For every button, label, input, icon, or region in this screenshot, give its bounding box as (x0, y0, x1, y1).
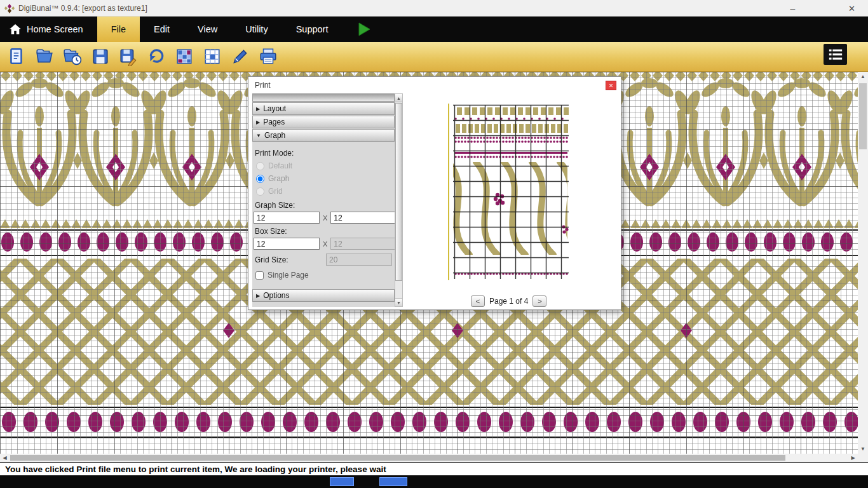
application-window: DigiBunai™ 0.9.4: [export as texture1] –… (0, 0, 868, 488)
panel-scroll-thumb[interactable] (395, 103, 402, 281)
next-page-icon: > (538, 297, 541, 305)
print-mode-default[interactable]: Default (254, 159, 393, 172)
menu-bar: Home Screen File Edit View Utility Suppo… (0, 17, 868, 42)
graph-size-height-input[interactable] (330, 212, 395, 224)
panel-scrollbar[interactable]: ▲ ▼ (395, 93, 403, 307)
graph-grid-icon (203, 47, 222, 66)
graph-size-width-input[interactable] (254, 212, 320, 224)
radio-graph[interactable] (256, 175, 264, 183)
title-bar: DigiBunai™ 0.9.4: [export as texture1] –… (0, 0, 868, 17)
print-dialog-title: Print (255, 81, 271, 90)
chevron-right-icon: ▶ (256, 119, 260, 125)
box-size-height-input[interactable] (330, 238, 395, 250)
minimize-button[interactable]: – (778, 0, 807, 17)
edit-pen-icon (231, 47, 250, 66)
horizontal-scrollbar[interactable]: ◀ ▶ (0, 454, 858, 462)
play-icon (357, 22, 371, 37)
box-size-row: X (254, 238, 393, 250)
size-separator: X (323, 240, 327, 248)
menu-support[interactable]: Support (282, 17, 342, 42)
scroll-left-icon[interactable]: ◀ (0, 454, 10, 462)
box-size-label: Box Size: (255, 227, 393, 236)
save-button[interactable] (87, 44, 113, 70)
print-dialog: Print ✕ ▶ Layout ▶ Pages ▼ Graph (248, 76, 621, 310)
scroll-right-icon[interactable]: ▶ (848, 454, 858, 462)
menu-view[interactable]: View (184, 17, 231, 42)
vertical-scroll-thumb[interactable] (859, 83, 867, 149)
next-page-button[interactable]: > (532, 295, 546, 307)
close-icon: ✕ (848, 4, 855, 13)
scrolled-section-strip (252, 93, 395, 102)
radio-grid[interactable] (256, 187, 264, 196)
grid-size-input[interactable] (326, 254, 392, 266)
scrollbar-corner (858, 454, 868, 462)
open-recent-icon (63, 47, 82, 66)
menu-utility[interactable]: Utility (231, 17, 281, 42)
panel-scroll-up-icon[interactable]: ▲ (395, 94, 402, 102)
print-settings-panel: ▶ Layout ▶ Pages ▼ Graph Print Mode: Def… (252, 93, 395, 307)
chevron-down-icon: ▼ (256, 133, 261, 139)
single-page-option[interactable]: Single Page (255, 271, 393, 280)
chevron-right-icon: ▶ (256, 106, 260, 112)
run-button[interactable] (357, 17, 371, 42)
print-preview (445, 102, 570, 281)
graph-size-row: X (254, 212, 393, 224)
texture-grid-button[interactable] (171, 44, 197, 70)
horizontal-scroll-thumb[interactable] (10, 455, 785, 461)
print-icon (259, 47, 278, 66)
status-bar: You have clicked Print file menu to prin… (0, 462, 868, 475)
save-icon (91, 47, 110, 66)
list-menu-icon (827, 47, 844, 62)
menu-home-screen[interactable]: Home Screen (0, 17, 97, 42)
design-workspace: ▲ ▼ ◀ ▶ Print ✕ ▶ Layout (0, 72, 868, 462)
save-as-icon (119, 47, 138, 66)
menu-edit[interactable]: Edit (140, 17, 184, 42)
panel-menu-button[interactable] (824, 44, 847, 65)
radio-default[interactable] (256, 162, 264, 170)
menu-file[interactable]: File (97, 17, 140, 42)
scroll-up-icon[interactable]: ▲ (858, 72, 868, 81)
open-recent-button[interactable] (59, 44, 85, 70)
size-separator: X (323, 214, 327, 222)
box-size-width-input[interactable] (254, 238, 320, 250)
new-file-button[interactable] (3, 44, 29, 70)
print-mode-label: Print Mode: (255, 149, 393, 158)
section-pages[interactable]: ▶ Pages (252, 116, 395, 128)
window-title: DigiBunai™ 0.9.4: [export as texture1] (18, 4, 147, 13)
section-options[interactable]: ▶ Options (252, 289, 395, 302)
minimize-icon: – (790, 3, 796, 13)
edit-pen-button[interactable] (227, 44, 253, 70)
prev-page-button[interactable]: < (471, 295, 485, 307)
vertical-scrollbar[interactable]: ▲ ▼ (858, 72, 868, 454)
print-button[interactable] (255, 44, 281, 70)
dialog-close-icon: ✕ (609, 83, 614, 89)
undo-rotate-icon (147, 47, 166, 66)
open-file-button[interactable] (31, 44, 57, 70)
grid-size-row: Grid Size: (254, 254, 393, 266)
single-page-checkbox[interactable] (255, 271, 264, 280)
texture-grid-icon (175, 47, 194, 66)
print-mode-grid[interactable]: Grid (254, 185, 393, 198)
graph-grid-button[interactable] (199, 44, 225, 70)
graph-section-body: Print Mode: Default Graph Grid Graph Siz… (252, 142, 395, 288)
save-as-button[interactable] (115, 44, 141, 70)
print-mode-graph[interactable]: Graph (254, 172, 393, 185)
grid-size-label: Grid Size: (255, 255, 326, 264)
home-icon (9, 24, 22, 35)
toolbar (0, 42, 868, 72)
graph-size-label: Graph Size: (255, 201, 393, 210)
taskbar-item[interactable] (330, 477, 354, 486)
scroll-down-icon[interactable]: ▼ (858, 444, 868, 454)
close-button[interactable]: ✕ (837, 0, 866, 17)
app-logo-icon (4, 3, 15, 13)
section-graph[interactable]: ▼ Graph (252, 129, 395, 142)
preview-pager: < Page 1 of 4 > (471, 295, 546, 307)
chevron-right-icon: ▶ (256, 293, 260, 299)
undo-rotate-button[interactable] (143, 44, 169, 70)
page-indicator: Page 1 of 4 (489, 297, 528, 306)
taskbar-item[interactable] (379, 477, 407, 486)
panel-scroll-down-icon[interactable]: ▼ (395, 298, 402, 306)
section-layout[interactable]: ▶ Layout (252, 102, 395, 115)
dialog-close-button[interactable]: ✕ (606, 81, 616, 90)
taskbar (0, 475, 868, 488)
